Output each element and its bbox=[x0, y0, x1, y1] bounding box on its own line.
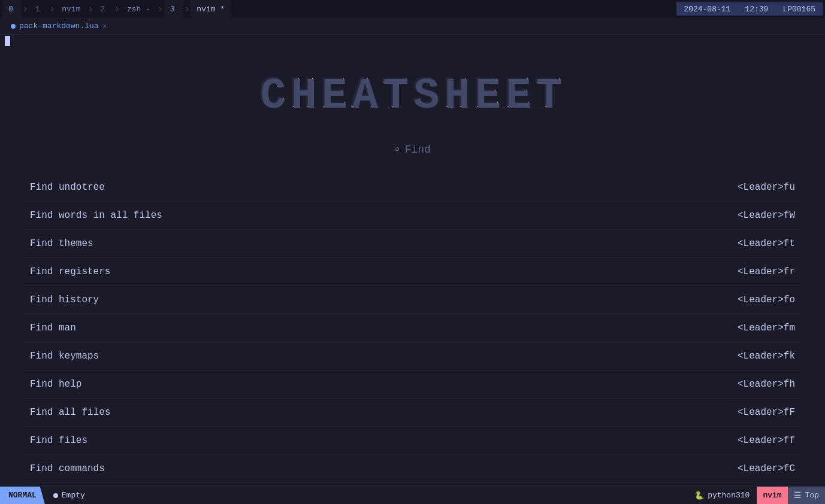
list-item[interactable]: Find themes<Leader>ft bbox=[24, 230, 801, 258]
mode-text: NORMAL bbox=[8, 491, 37, 500]
status-file-dot-icon bbox=[53, 493, 58, 498]
item-label: Find themes bbox=[30, 238, 93, 249]
list-item[interactable]: Find registers<Leader>fr bbox=[24, 258, 801, 286]
tab-bar: 0 › 1 › nvim › 2 › zsh - › 3 › nvim * bbox=[0, 0, 825, 18]
item-key: <Leader>fF bbox=[738, 407, 795, 418]
list-item[interactable]: Find undotree<Leader>fu bbox=[24, 174, 801, 202]
tab-2[interactable]: 2 bbox=[94, 0, 113, 18]
tab-1-num: 1 bbox=[35, 5, 40, 14]
date-text: 2024-08-11 bbox=[684, 5, 730, 14]
item-key: <Leader>fh bbox=[738, 379, 795, 390]
tab-nvim-label: nvim bbox=[62, 5, 80, 14]
list-item[interactable]: Find man<Leader>fm bbox=[24, 314, 801, 342]
item-label: Find registers bbox=[30, 266, 110, 277]
tab-0-num: 0 bbox=[8, 5, 13, 14]
status-file: Empty bbox=[45, 487, 93, 504]
search-bar[interactable]: ⌕ Find bbox=[394, 144, 431, 156]
tab-3[interactable]: 3 bbox=[164, 0, 183, 18]
item-key: <Leader>fC bbox=[738, 463, 795, 474]
list-item[interactable]: Find keymaps<Leader>fk bbox=[24, 342, 801, 371]
main-content: CHEATSHEET ⌕ Find Find undotree<Leader>f… bbox=[0, 47, 825, 486]
tab-arrow-5: › bbox=[184, 3, 191, 15]
time-text: 12:39 bbox=[745, 5, 768, 14]
status-bar: NORMAL Empty 🐍 python310 nvim ☰ Top bbox=[0, 486, 825, 504]
tab-nvim-modified-label: nvim * bbox=[197, 5, 225, 14]
python-icon: 🐍 bbox=[694, 491, 704, 500]
tab-arrow-4: › bbox=[157, 3, 164, 15]
tab-bar-time: 12:39 bbox=[738, 2, 775, 16]
list-item[interactable]: Find help<Leader>fh bbox=[24, 371, 801, 399]
file-dot-icon bbox=[11, 24, 16, 29]
list-item[interactable]: Find all files<Leader>fF bbox=[24, 399, 801, 427]
item-key: <Leader>fo bbox=[738, 294, 795, 305]
cursor-block bbox=[5, 36, 10, 46]
tab-nvim[interactable]: nvim bbox=[56, 0, 86, 18]
list-item[interactable]: Find files<Leader>ff bbox=[24, 427, 801, 455]
item-label: Find help bbox=[30, 379, 81, 390]
tab-1[interactable]: 1 bbox=[29, 0, 49, 18]
tab-nvim-modified[interactable]: nvim * bbox=[191, 0, 231, 18]
item-label: Find history bbox=[30, 294, 99, 305]
search-icon: ⌕ bbox=[394, 144, 400, 156]
item-label: Find commands bbox=[30, 463, 105, 474]
item-label: Find all files bbox=[30, 407, 110, 418]
item-label: Find undotree bbox=[30, 182, 105, 193]
cheatsheet-title: CHEATSHEET bbox=[259, 71, 566, 120]
tab-2-num: 2 bbox=[100, 5, 105, 14]
tab-bar-location: LP00165 bbox=[775, 2, 823, 16]
nvim-label: nvim bbox=[763, 491, 781, 500]
cursor-line bbox=[0, 35, 825, 47]
lines-icon: ☰ bbox=[794, 490, 802, 500]
items-list: Find undotree<Leader>fuFind words in all… bbox=[24, 174, 801, 483]
file-bar: pack-markdown.lua ✕ bbox=[0, 18, 825, 35]
item-key: <Leader>fk bbox=[738, 351, 795, 362]
item-label: Find files bbox=[30, 435, 87, 446]
item-key: <Leader>fm bbox=[738, 323, 795, 333]
status-nvim-badge: nvim bbox=[757, 487, 787, 504]
tab-arrow-0: › bbox=[22, 3, 29, 15]
item-label: Find man bbox=[30, 323, 76, 333]
location-text: LP00165 bbox=[782, 5, 815, 14]
item-key: <Leader>ff bbox=[738, 435, 795, 446]
cheatsheet-title-text: CHEATSHEET bbox=[259, 71, 566, 120]
list-item[interactable]: Find history<Leader>fo bbox=[24, 286, 801, 314]
item-key: <Leader>fu bbox=[738, 182, 795, 193]
status-right: 🐍 python310 nvim ☰ Top bbox=[687, 487, 825, 504]
tab-arrow-2: › bbox=[87, 3, 93, 15]
tab-zsh-label: zsh - bbox=[127, 5, 150, 14]
tab-zsh[interactable]: zsh - bbox=[121, 0, 156, 18]
list-item[interactable]: Find words in all files<Leader>fW bbox=[24, 202, 801, 230]
item-key: <Leader>fr bbox=[738, 266, 795, 277]
status-python: 🐍 python310 bbox=[687, 491, 757, 500]
search-placeholder: Find bbox=[405, 144, 431, 156]
tab-bar-date: 2024-08-11 bbox=[676, 2, 738, 16]
item-label: Find words in all files bbox=[30, 210, 162, 221]
status-mode: NORMAL bbox=[0, 487, 45, 504]
tab-0[interactable]: 0 bbox=[2, 0, 22, 18]
top-label: Top bbox=[805, 491, 819, 500]
list-item[interactable]: Find commands<Leader>fC bbox=[24, 455, 801, 483]
tab-bar-right: 2024-08-11 12:39 LP00165 bbox=[676, 2, 823, 16]
item-key: <Leader>ft bbox=[738, 238, 795, 249]
file-tab[interactable]: pack-markdown.lua ✕ bbox=[5, 20, 113, 32]
status-file-label: Empty bbox=[62, 491, 85, 500]
file-tab-name: pack-markdown.lua bbox=[19, 22, 99, 31]
tab-arrow-3: › bbox=[114, 3, 120, 15]
file-close-icon[interactable]: ✕ bbox=[102, 22, 107, 31]
item-key: <Leader>fW bbox=[738, 210, 795, 221]
item-label: Find keymaps bbox=[30, 351, 99, 362]
tab-3-num: 3 bbox=[170, 5, 175, 14]
python-label: python310 bbox=[708, 491, 750, 500]
status-top-badge: ☰ Top bbox=[788, 487, 825, 504]
tab-arrow-1: › bbox=[49, 3, 55, 15]
